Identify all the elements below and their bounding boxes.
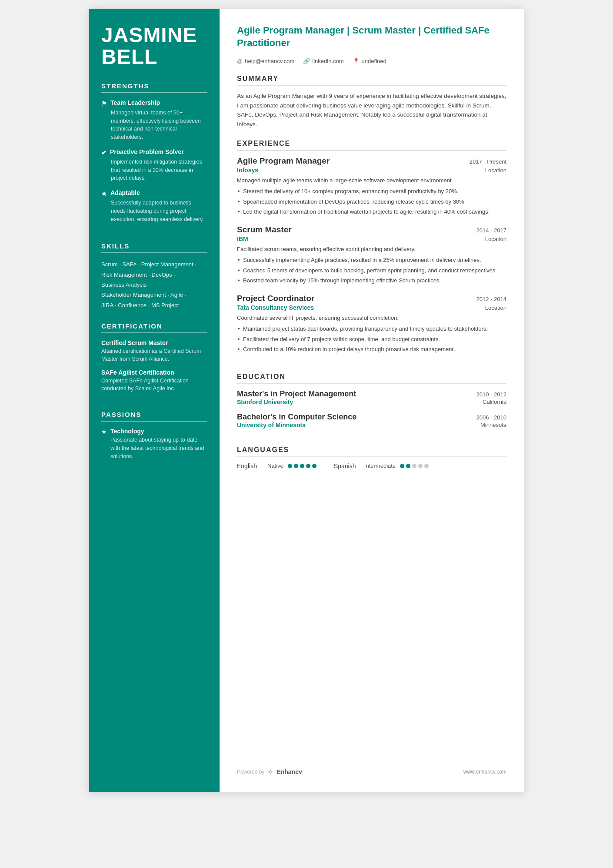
exp-bullets-1: Steered the delivery of 10+ complex prog… bbox=[237, 187, 506, 216]
exp-desc-1: Managed mulitple agile teams within a la… bbox=[237, 176, 506, 185]
exp-header-3: Project Coordinator 2012 - 2014 bbox=[237, 294, 506, 303]
bullet-2-2: Coached 5 teams of developers to build b… bbox=[237, 266, 506, 275]
contact-email: @ help@enhancv.com bbox=[237, 58, 294, 64]
lang-name-spanish: Spanish bbox=[334, 462, 360, 469]
exp-location-3: Location bbox=[485, 305, 506, 311]
dot-e-4 bbox=[306, 464, 310, 468]
bullet-3-3: Contributed to a 10% reduction in projec… bbox=[237, 345, 506, 354]
powered-by-text: Powered by bbox=[237, 769, 264, 775]
edu-dates-2: 2006 - 2010 bbox=[476, 414, 506, 421]
strength-desc-1: Managed virtual teams of 50+ members, ef… bbox=[101, 109, 207, 141]
job-title-block: Agile Program Manager | Scrum Master | C… bbox=[237, 24, 506, 54]
exp-entry-2: Scrum Master 2014 - 2017 IBM Location Fa… bbox=[237, 225, 506, 285]
edu-school-row-2: University of Minnesota Minnesota bbox=[237, 422, 506, 429]
dot-e-1 bbox=[288, 464, 292, 468]
education-section-title: EDUCATION bbox=[237, 373, 506, 384]
dot-s-3 bbox=[412, 464, 416, 468]
exp-dates-1: 2017 - Present bbox=[470, 158, 506, 165]
location-icon: 📍 bbox=[353, 58, 360, 64]
contact-row: @ help@enhancv.com 🔗 linkedin.com 📍 unde… bbox=[237, 58, 506, 64]
edu-dates-1: 2010 - 2012 bbox=[476, 391, 506, 398]
exp-bullets-3: Maintained project status dashboards, pr… bbox=[237, 325, 506, 354]
lang-dots-english bbox=[288, 464, 316, 468]
experience-section-title: EXPERIENCE bbox=[237, 140, 506, 151]
edu-location-1: California bbox=[483, 399, 506, 406]
certification-title: CERTIFICATION bbox=[101, 322, 207, 333]
cert-desc-1: Attained certification as a Certified Sc… bbox=[101, 348, 207, 363]
cert-item-1: Certified Scrum Master Attained certific… bbox=[101, 339, 207, 363]
footer-logo-icon: ⟡ bbox=[268, 767, 273, 776]
dot-s-2 bbox=[406, 464, 410, 468]
footer-url: www.enhancv.com bbox=[463, 769, 506, 775]
contact-linkedin: 🔗 linkedin.com bbox=[303, 58, 343, 64]
skills-list: Scrum · SAFe · Project Management · Risk… bbox=[101, 259, 207, 310]
strengths-section: STRENGTHS ⚑ Team Leadership Managed virt… bbox=[101, 82, 207, 231]
strength-icon-3: ★ bbox=[101, 190, 107, 197]
skill-3: Business Analysis · bbox=[101, 282, 150, 288]
bullet-1-1: Steered the delivery of 10+ complex prog… bbox=[237, 187, 506, 196]
exp-dates-3: 2012 - 2014 bbox=[476, 296, 506, 302]
dot-s-5 bbox=[424, 464, 429, 468]
education-section: EDUCATION Master's in Project Management… bbox=[237, 373, 506, 436]
lang-spanish: Spanish Intermediate bbox=[334, 462, 429, 469]
dot-s-1 bbox=[400, 464, 404, 468]
exp-header-1: Agile Program Manager 2017 - Present bbox=[237, 156, 506, 166]
exp-header-2: Scrum Master 2014 - 2017 bbox=[237, 225, 506, 235]
lang-level-english: Native bbox=[267, 462, 283, 469]
skills-title: SKILLS bbox=[101, 242, 207, 253]
edu-school-1: Stanford University bbox=[237, 399, 293, 406]
strength-desc-2: Implemented risk mitigation strategies t… bbox=[101, 158, 207, 182]
email-icon: @ bbox=[237, 58, 243, 64]
name-block: JASMINE BELL bbox=[101, 24, 207, 68]
exp-bullets-2: Successfully implementing Agile practice… bbox=[237, 256, 506, 285]
skill-4: Stakeholder Management · Agile · bbox=[101, 292, 186, 298]
exp-company-row-1: Infosys Location bbox=[237, 167, 506, 174]
name-heading: JASMINE BELL bbox=[101, 24, 207, 68]
exp-role-3: Project Coordinator bbox=[237, 294, 314, 303]
passion-item-1: ★ Technology Passionate about staying up… bbox=[101, 428, 207, 460]
bullet-1-2: Spearheaded implementation of DevOps pra… bbox=[237, 198, 506, 206]
certification-section: CERTIFICATION Certified Scrum Master Att… bbox=[101, 322, 207, 399]
bullet-1-3: Led the digital transformation of tradit… bbox=[237, 208, 506, 216]
linkedin-icon: 🔗 bbox=[303, 58, 310, 64]
experience-section: EXPERIENCE Agile Program Manager 2017 - … bbox=[237, 140, 506, 362]
skill-2: Risk Management · DevOps · bbox=[101, 271, 175, 278]
edu-header-2: Bachelor's in Computer Science 2006 - 20… bbox=[237, 412, 506, 422]
lang-dots-spanish bbox=[400, 464, 429, 468]
strength-icon-1: ⚑ bbox=[101, 100, 107, 107]
passion-content-1: Technology Passionate about staying up-t… bbox=[110, 428, 207, 460]
edu-header-1: Master's in Project Management 2010 - 20… bbox=[237, 389, 506, 399]
languages-section: LANGUAGES English Native Spanish Interm bbox=[237, 446, 506, 469]
edu-entry-2: Bachelor's in Computer Science 2006 - 20… bbox=[237, 412, 506, 429]
resume-wrapper: JASMINE BELL STRENGTHS ⚑ Team Leadership… bbox=[89, 9, 524, 792]
strength-title-1: ⚑ Team Leadership bbox=[101, 99, 207, 107]
exp-company-1: Infosys bbox=[237, 167, 258, 174]
sidebar: JASMINE BELL STRENGTHS ⚑ Team Leadership… bbox=[89, 9, 220, 792]
job-title: Agile Program Manager | Scrum Master | C… bbox=[237, 24, 506, 49]
summary-text: As an Agile Program Manager with 9 years… bbox=[237, 91, 506, 129]
cert-item-2: SAFe Agilist Certification Completed SAF… bbox=[101, 369, 207, 392]
edu-degree-2: Bachelor's in Computer Science bbox=[237, 412, 356, 422]
summary-section: SUMMARY As an Agile Program Manager with… bbox=[237, 75, 506, 129]
exp-company-2: IBM bbox=[237, 235, 248, 242]
dot-e-5 bbox=[312, 464, 316, 468]
strength-icon-2: ✔ bbox=[101, 149, 107, 156]
footer-left: Powered by ⟡ Enhancv bbox=[237, 767, 302, 776]
exp-role-2: Scrum Master bbox=[237, 225, 292, 235]
strength-item-3: ★ Adaptable Successfully adapted to busi… bbox=[101, 189, 207, 223]
skills-section: SKILLS Scrum · SAFe · Project Management… bbox=[101, 242, 207, 310]
footer: Powered by ⟡ Enhancv www.enhancv.com bbox=[237, 758, 506, 776]
cert-desc-2: Completed SAFe Agilist Certification con… bbox=[101, 377, 207, 392]
lang-level-spanish: Intermediate bbox=[364, 462, 396, 469]
edu-degree-1: Master's in Project Management bbox=[237, 389, 356, 399]
bullet-3-2: Facilitated the delivery of 7 projects w… bbox=[237, 335, 506, 344]
strength-title-2: ✔ Proactive Problem Solver bbox=[101, 148, 207, 156]
strength-item-1: ⚑ Team Leadership Managed virtual teams … bbox=[101, 99, 207, 141]
cert-title-1: Certified Scrum Master bbox=[101, 339, 207, 346]
edu-location-2: Minnesota bbox=[480, 422, 506, 429]
cert-title-2: SAFe Agilist Certification bbox=[101, 369, 207, 376]
dot-e-3 bbox=[300, 464, 304, 468]
exp-entry-3: Project Coordinator 2012 - 2014 Tata Con… bbox=[237, 294, 506, 354]
exp-entry-1: Agile Program Manager 2017 - Present Inf… bbox=[237, 156, 506, 216]
edu-entry-1: Master's in Project Management 2010 - 20… bbox=[237, 389, 506, 406]
